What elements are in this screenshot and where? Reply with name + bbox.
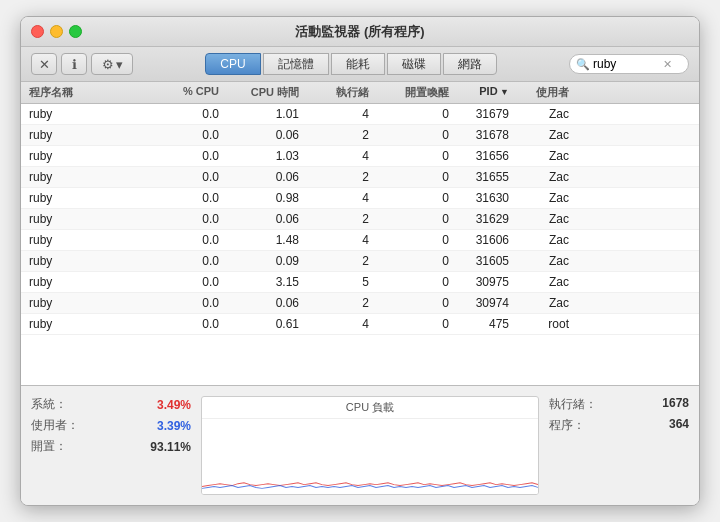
cell-threads: 4 <box>299 232 369 248</box>
cell-cpu: 0.0 <box>149 127 219 143</box>
cell-wakeups: 0 <box>369 190 449 206</box>
cell-pid: 31656 <box>449 148 509 164</box>
tab-cpu[interactable]: CPU <box>205 53 260 75</box>
cell-user: Zac <box>509 211 569 227</box>
stat-value-processes: 364 <box>669 417 689 434</box>
col-header-cputime[interactable]: CPU 時間 <box>219 85 299 100</box>
search-clear-button[interactable]: ✕ <box>663 58 672 71</box>
cell-cputime: 0.09 <box>219 253 299 269</box>
table-row[interactable]: ruby 0.0 1.01 4 0 31679 Zac <box>21 104 699 125</box>
cell-user: Zac <box>509 190 569 206</box>
col-header-threads[interactable]: 執行緒 <box>299 85 369 100</box>
search-icon: 🔍 <box>576 58 590 71</box>
tab-bar: CPU 記憶體 能耗 磁碟 網路 <box>205 53 496 75</box>
cell-user: Zac <box>509 127 569 143</box>
cell-wakeups: 0 <box>369 211 449 227</box>
gear-button[interactable]: ⚙ ▾ <box>91 53 133 75</box>
col-header-pid[interactable]: PID <box>449 85 509 100</box>
chart-area <box>202 419 538 494</box>
minimize-button[interactable] <box>50 25 63 38</box>
cell-name: ruby <box>29 190 149 206</box>
cpu-chart-svg <box>202 419 538 494</box>
cell-cputime: 1.03 <box>219 148 299 164</box>
search-input[interactable] <box>593 57 663 71</box>
stat-label-idle: 開置： <box>31 438 67 455</box>
close-icon-btn[interactable]: ✕ <box>31 53 57 75</box>
cell-pid: 31606 <box>449 232 509 248</box>
cell-user: Zac <box>509 253 569 269</box>
cell-user: root <box>509 316 569 332</box>
stat-label-processes: 程序： <box>549 417 585 434</box>
cell-wakeups: 0 <box>369 232 449 248</box>
cell-name: ruby <box>29 316 149 332</box>
table-row[interactable]: ruby 0.0 0.09 2 0 31605 Zac <box>21 251 699 272</box>
cell-pid: 31678 <box>449 127 509 143</box>
cell-user: Zac <box>509 274 569 290</box>
col-header-user[interactable]: 使用者 <box>509 85 569 100</box>
cell-wakeups: 0 <box>369 169 449 185</box>
cell-cputime: 3.15 <box>219 274 299 290</box>
cell-cpu: 0.0 <box>149 232 219 248</box>
table-row[interactable]: ruby 0.0 3.15 5 0 30975 Zac <box>21 272 699 293</box>
stats-left: 系統： 3.49% 使用者： 3.39% 開置： 93.11% <box>31 396 191 495</box>
table-row[interactable]: ruby 0.0 0.06 2 0 31655 Zac <box>21 167 699 188</box>
table-row[interactable]: ruby 0.0 0.06 2 0 30974 Zac <box>21 293 699 314</box>
cell-threads: 5 <box>299 274 369 290</box>
maximize-button[interactable] <box>69 25 82 38</box>
cell-pid: 31655 <box>449 169 509 185</box>
col-header-cpu[interactable]: % CPU <box>149 85 219 100</box>
cell-pid: 475 <box>449 316 509 332</box>
table-body: ruby 0.0 1.01 4 0 31679 Zac ruby 0.0 0.0… <box>21 104 699 385</box>
cell-threads: 4 <box>299 106 369 122</box>
tab-network[interactable]: 網路 <box>443 53 497 75</box>
cell-cpu: 0.0 <box>149 316 219 332</box>
stat-value-system: 3.49% <box>157 398 191 412</box>
table-row[interactable]: ruby 0.0 1.48 4 0 31606 Zac <box>21 230 699 251</box>
close-button[interactable] <box>31 25 44 38</box>
table-row[interactable]: ruby 0.0 0.06 2 0 31678 Zac <box>21 125 699 146</box>
cell-cpu: 0.0 <box>149 106 219 122</box>
stat-value-threads: 1678 <box>662 396 689 413</box>
stat-row-processes: 程序： 364 <box>549 417 689 434</box>
tab-energy[interactable]: 能耗 <box>331 53 385 75</box>
content-area: 程序名稱 % CPU CPU 時間 執行緒 開置喚醒 PID 使用者 ruby … <box>21 82 699 385</box>
cpu-chart: CPU 負載 <box>201 396 539 495</box>
gear-icon: ⚙ <box>102 57 114 72</box>
cell-wakeups: 0 <box>369 295 449 311</box>
tab-memory[interactable]: 記憶體 <box>263 53 329 75</box>
chart-title: CPU 負載 <box>202 397 538 419</box>
tab-disk[interactable]: 磁碟 <box>387 53 441 75</box>
table-row[interactable]: ruby 0.0 0.61 4 0 475 root <box>21 314 699 335</box>
cell-name: ruby <box>29 127 149 143</box>
cell-threads: 2 <box>299 169 369 185</box>
stat-value-idle: 93.11% <box>150 440 191 454</box>
stat-value-user: 3.39% <box>157 419 191 433</box>
cell-pid: 30975 <box>449 274 509 290</box>
cell-threads: 2 <box>299 211 369 227</box>
window-title: 活動監視器 (所有程序) <box>295 23 424 41</box>
cell-cpu: 0.0 <box>149 274 219 290</box>
cell-cputime: 0.06 <box>219 211 299 227</box>
cell-wakeups: 0 <box>369 106 449 122</box>
cell-wakeups: 0 <box>369 253 449 269</box>
info-button[interactable]: ℹ <box>61 53 87 75</box>
cell-threads: 2 <box>299 127 369 143</box>
table-row[interactable]: ruby 0.0 0.98 4 0 31630 Zac <box>21 188 699 209</box>
cell-name: ruby <box>29 232 149 248</box>
chevron-down-icon: ▾ <box>116 57 123 72</box>
cell-wakeups: 0 <box>369 274 449 290</box>
table-row[interactable]: ruby 0.0 1.03 4 0 31656 Zac <box>21 146 699 167</box>
cell-pid: 31629 <box>449 211 509 227</box>
cell-user: Zac <box>509 169 569 185</box>
cell-cputime: 0.06 <box>219 169 299 185</box>
cell-threads: 2 <box>299 295 369 311</box>
table-row[interactable]: ruby 0.0 0.06 2 0 31629 Zac <box>21 209 699 230</box>
cell-cputime: 0.61 <box>219 316 299 332</box>
cell-user: Zac <box>509 106 569 122</box>
col-header-wakeups[interactable]: 開置喚醒 <box>369 85 449 100</box>
col-header-name[interactable]: 程序名稱 <box>29 85 149 100</box>
cell-threads: 2 <box>299 253 369 269</box>
cell-cputime: 1.48 <box>219 232 299 248</box>
cell-wakeups: 0 <box>369 127 449 143</box>
cell-threads: 4 <box>299 148 369 164</box>
